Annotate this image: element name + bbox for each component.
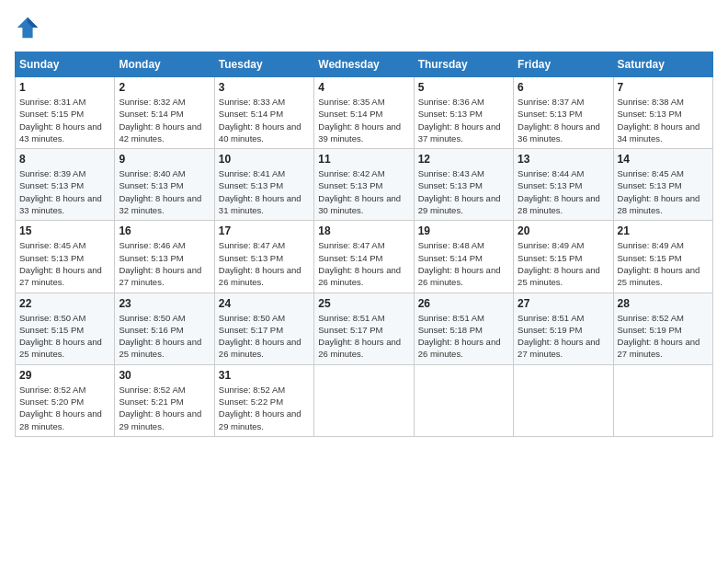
day-info: Sunrise: 8:49 AM Sunset: 5:15 PM Dayligh… (618, 239, 709, 288)
calendar-cell: 26 Sunrise: 8:51 AM Sunset: 5:18 PM Dayl… (414, 293, 513, 364)
calendar-cell: 2 Sunrise: 8:32 AM Sunset: 5:14 PM Dayli… (115, 77, 214, 149)
dow-header-sunday: Sunday (16, 52, 115, 77)
calendar-week-2: 8 Sunrise: 8:39 AM Sunset: 5:13 PM Dayli… (16, 149, 713, 221)
day-number: 31 (219, 369, 310, 382)
calendar-cell: 28 Sunrise: 8:52 AM Sunset: 5:19 PM Dayl… (613, 293, 712, 364)
day-number: 28 (618, 297, 709, 310)
day-number: 14 (618, 153, 709, 166)
day-info: Sunrise: 8:37 AM Sunset: 5:13 PM Dayligh… (518, 96, 609, 144)
dow-header-thursday: Thursday (414, 52, 513, 77)
calendar-cell: 14 Sunrise: 8:45 AM Sunset: 5:13 PM Dayl… (613, 149, 712, 221)
calendar-cell: 12 Sunrise: 8:43 AM Sunset: 5:13 PM Dayl… (414, 149, 513, 221)
day-info: Sunrise: 8:44 AM Sunset: 5:13 PM Dayligh… (518, 167, 609, 216)
calendar-cell: 20 Sunrise: 8:49 AM Sunset: 5:15 PM Dayl… (514, 221, 613, 293)
calendar-cell: 23 Sunrise: 8:50 AM Sunset: 5:16 PM Dayl… (115, 293, 214, 364)
calendar-cell: 25 Sunrise: 8:51 AM Sunset: 5:17 PM Dayl… (314, 293, 414, 364)
calendar-cell (514, 364, 613, 436)
calendar-body: 1 Sunrise: 8:31 AM Sunset: 5:15 PM Dayli… (16, 77, 713, 437)
day-info: Sunrise: 8:51 AM Sunset: 5:18 PM Dayligh… (418, 312, 509, 361)
dow-header-saturday: Saturday (613, 52, 712, 77)
calendar-cell: 19 Sunrise: 8:48 AM Sunset: 5:14 PM Dayl… (414, 221, 513, 293)
day-info: Sunrise: 8:33 AM Sunset: 5:14 PM Dayligh… (219, 96, 310, 144)
day-number: 3 (219, 81, 310, 94)
day-info: Sunrise: 8:45 AM Sunset: 5:13 PM Dayligh… (618, 167, 709, 216)
day-info: Sunrise: 8:39 AM Sunset: 5:13 PM Dayligh… (19, 167, 110, 216)
day-number: 19 (418, 224, 509, 237)
day-info: Sunrise: 8:48 AM Sunset: 5:14 PM Dayligh… (418, 239, 509, 288)
calendar-cell: 22 Sunrise: 8:50 AM Sunset: 5:15 PM Dayl… (16, 293, 115, 364)
calendar-cell: 5 Sunrise: 8:36 AM Sunset: 5:13 PM Dayli… (414, 77, 513, 149)
day-info: Sunrise: 8:36 AM Sunset: 5:13 PM Dayligh… (418, 96, 509, 144)
day-info: Sunrise: 8:52 AM Sunset: 5:20 PM Dayligh… (19, 384, 110, 432)
calendar-table: SundayMondayTuesdayWednesdayThursdayFrid… (15, 52, 713, 437)
day-info: Sunrise: 8:47 AM Sunset: 5:13 PM Dayligh… (219, 239, 310, 288)
calendar-cell: 18 Sunrise: 8:47 AM Sunset: 5:14 PM Dayl… (314, 221, 414, 293)
calendar-week-1: 1 Sunrise: 8:31 AM Sunset: 5:15 PM Dayli… (16, 77, 713, 149)
day-info: Sunrise: 8:49 AM Sunset: 5:15 PM Dayligh… (518, 239, 609, 288)
calendar-cell: 27 Sunrise: 8:51 AM Sunset: 5:19 PM Dayl… (514, 293, 613, 364)
logo (15, 15, 44, 40)
calendar-week-5: 29 Sunrise: 8:52 AM Sunset: 5:20 PM Dayl… (16, 364, 713, 436)
calendar-cell: 24 Sunrise: 8:50 AM Sunset: 5:17 PM Dayl… (214, 293, 313, 364)
calendar-cell (613, 364, 712, 436)
calendar-cell: 3 Sunrise: 8:33 AM Sunset: 5:14 PM Dayli… (214, 77, 313, 149)
day-number: 10 (219, 153, 310, 166)
calendar-cell: 8 Sunrise: 8:39 AM Sunset: 5:13 PM Dayli… (16, 149, 115, 221)
calendar-cell: 21 Sunrise: 8:49 AM Sunset: 5:15 PM Dayl… (613, 221, 712, 293)
dow-header-monday: Monday (115, 52, 214, 77)
day-info: Sunrise: 8:51 AM Sunset: 5:17 PM Dayligh… (318, 312, 409, 361)
day-number: 12 (418, 153, 509, 166)
days-of-week-row: SundayMondayTuesdayWednesdayThursdayFrid… (16, 52, 713, 77)
calendar-cell: 29 Sunrise: 8:52 AM Sunset: 5:20 PM Dayl… (16, 364, 115, 436)
calendar-cell: 6 Sunrise: 8:37 AM Sunset: 5:13 PM Dayli… (514, 77, 613, 149)
day-number: 17 (219, 224, 310, 237)
day-number: 11 (318, 153, 409, 166)
dow-header-friday: Friday (514, 52, 613, 77)
day-info: Sunrise: 8:32 AM Sunset: 5:14 PM Dayligh… (119, 96, 210, 144)
day-number: 15 (19, 224, 110, 237)
calendar-cell (414, 364, 513, 436)
page-header (15, 15, 713, 40)
day-info: Sunrise: 8:45 AM Sunset: 5:13 PM Dayligh… (19, 239, 110, 288)
day-info: Sunrise: 8:50 AM Sunset: 5:15 PM Dayligh… (19, 312, 110, 361)
calendar-cell: 1 Sunrise: 8:31 AM Sunset: 5:15 PM Dayli… (16, 77, 115, 149)
calendar-cell: 11 Sunrise: 8:42 AM Sunset: 5:13 PM Dayl… (314, 149, 414, 221)
dow-header-wednesday: Wednesday (314, 52, 414, 77)
day-number: 30 (119, 369, 210, 382)
day-number: 16 (119, 224, 210, 237)
day-info: Sunrise: 8:35 AM Sunset: 5:14 PM Dayligh… (318, 96, 409, 144)
day-number: 20 (518, 224, 609, 237)
calendar-cell (314, 364, 414, 436)
day-info: Sunrise: 8:50 AM Sunset: 5:17 PM Dayligh… (219, 312, 310, 361)
day-info: Sunrise: 8:41 AM Sunset: 5:13 PM Dayligh… (219, 167, 310, 216)
day-info: Sunrise: 8:31 AM Sunset: 5:15 PM Dayligh… (19, 96, 110, 144)
calendar-cell: 31 Sunrise: 8:52 AM Sunset: 5:22 PM Dayl… (214, 364, 313, 436)
day-info: Sunrise: 8:52 AM Sunset: 5:21 PM Dayligh… (119, 384, 210, 432)
day-info: Sunrise: 8:52 AM Sunset: 5:19 PM Dayligh… (618, 312, 709, 361)
calendar-cell: 17 Sunrise: 8:47 AM Sunset: 5:13 PM Dayl… (214, 221, 313, 293)
calendar-cell: 15 Sunrise: 8:45 AM Sunset: 5:13 PM Dayl… (16, 221, 115, 293)
calendar-cell: 13 Sunrise: 8:44 AM Sunset: 5:13 PM Dayl… (514, 149, 613, 221)
day-number: 23 (119, 297, 210, 310)
calendar-cell: 30 Sunrise: 8:52 AM Sunset: 5:21 PM Dayl… (115, 364, 214, 436)
day-number: 4 (318, 81, 409, 94)
day-info: Sunrise: 8:50 AM Sunset: 5:16 PM Dayligh… (119, 312, 210, 361)
day-number: 24 (219, 297, 310, 310)
day-number: 13 (518, 153, 609, 166)
day-number: 9 (119, 153, 210, 166)
calendar-week-4: 22 Sunrise: 8:50 AM Sunset: 5:15 PM Dayl… (16, 293, 713, 364)
day-info: Sunrise: 8:47 AM Sunset: 5:14 PM Dayligh… (318, 239, 409, 288)
day-info: Sunrise: 8:42 AM Sunset: 5:13 PM Dayligh… (318, 167, 409, 216)
calendar-week-3: 15 Sunrise: 8:45 AM Sunset: 5:13 PM Dayl… (16, 221, 713, 293)
day-info: Sunrise: 8:38 AM Sunset: 5:13 PM Dayligh… (618, 96, 709, 144)
calendar-cell: 7 Sunrise: 8:38 AM Sunset: 5:13 PM Dayli… (613, 77, 712, 149)
day-number: 6 (518, 81, 609, 94)
dow-header-tuesday: Tuesday (214, 52, 313, 77)
day-number: 8 (19, 153, 110, 166)
calendar-cell: 10 Sunrise: 8:41 AM Sunset: 5:13 PM Dayl… (214, 149, 313, 221)
calendar-cell: 9 Sunrise: 8:40 AM Sunset: 5:13 PM Dayli… (115, 149, 214, 221)
day-number: 25 (318, 297, 409, 310)
calendar-cell: 4 Sunrise: 8:35 AM Sunset: 5:14 PM Dayli… (314, 77, 414, 149)
day-number: 27 (518, 297, 609, 310)
logo-icon (15, 15, 40, 40)
